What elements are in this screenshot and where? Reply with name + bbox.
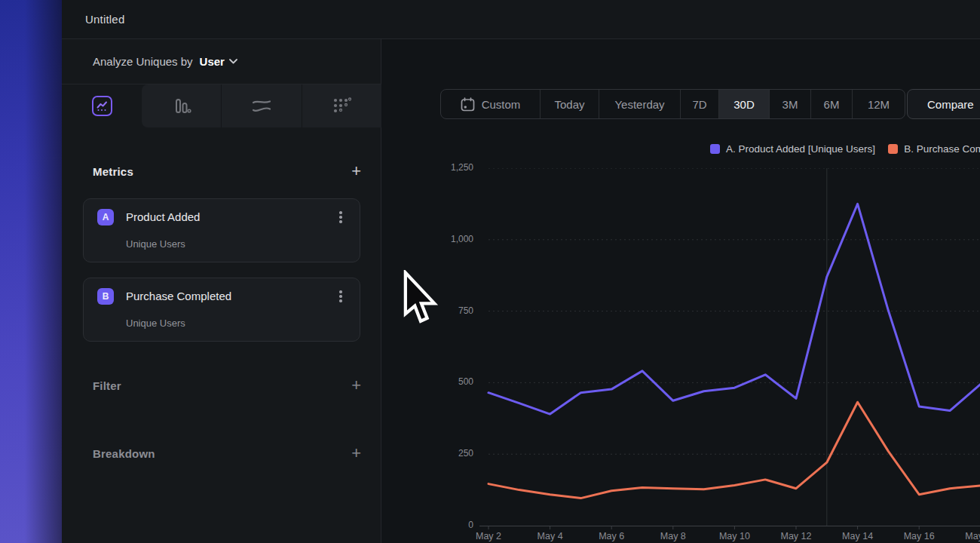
analyze-by-label: Analyze Uniques by [93,55,193,68]
tab-bar-chart[interactable] [142,84,221,127]
range-yesterday[interactable]: Yesterday [599,90,680,118]
legend-label-a: A. Product Added [Unique Users] [726,143,875,155]
metric-options-button[interactable] [335,288,346,305]
x-axis-label: May 14 [831,531,884,541]
range-custom[interactable]: Custom [441,90,540,118]
tab-retention-grid[interactable] [302,84,381,127]
analyze-by-value: User [200,55,225,68]
metric-name: Product Added [126,210,200,223]
analyze-by-dropdown[interactable]: User [200,55,237,68]
x-axis-label: May 12 [770,531,822,541]
decorative-gradient-strip [0,0,62,543]
legend-label-b: B. Purchase Completed [Unique Users] [904,143,980,155]
range-12m[interactable]: 12M [852,90,905,118]
metric-name: Purchase Completed [126,290,231,302]
add-breakdown-button[interactable]: + [351,446,361,461]
legend-item-a[interactable]: A. Product Added [Unique Users] [710,143,875,155]
x-axis-label: May 6 [585,531,638,541]
range-3m[interactable]: 3M [769,90,810,118]
range-today[interactable]: Today [540,90,599,118]
app-window: Untitled Analyze Uniques by User [0,0,980,543]
line-chart-plot[interactable] [479,168,980,530]
range-7d[interactable]: 7D [680,90,718,118]
metric-aggregation[interactable]: Unique Users [126,318,185,329]
series-line-b[interactable] [488,402,980,498]
flow-icon [251,98,272,115]
metric-aggregation[interactable]: Unique Users [126,238,185,250]
metric-card-product-added[interactable]: A Product Added Unique Users [83,198,360,262]
date-range-selector: CustomTodayYesterday7D30D3M6M12M [440,89,905,119]
metric-badge-b: B [97,288,114,305]
chart-type-tabs [142,84,381,127]
range-30d[interactable]: 30D [718,90,769,118]
tab-flow[interactable] [221,84,301,127]
metric-badge-a: A [97,209,114,225]
legend-swatch-a [710,144,720,154]
y-axis-label: 500 [421,376,473,387]
breakdown-title: Breakdown [93,447,155,460]
metrics-title: Metrics [93,165,133,178]
report-header: Untitled [62,0,980,39]
x-axis-label: May 2 [462,531,515,541]
bar-chart-icon [172,97,191,115]
y-axis-label: 1,000 [421,234,473,244]
x-axis-label: May 10 [708,531,761,541]
add-filter-button[interactable]: + [351,378,361,393]
range-6m[interactable]: 6M [810,90,852,118]
line-chart-icon [92,96,112,116]
x-axis-label: May 16 [893,531,945,541]
chart-legend: A. Product Added [Unique Users] B. Purch… [710,143,980,155]
calendar-icon [461,97,475,112]
legend-swatch-b [888,144,898,154]
compare-button[interactable]: Compare [907,89,980,119]
y-axis-label: 250 [421,448,473,459]
metrics-section-header: Metrics + [62,158,381,184]
x-axis-label: May 18 [954,531,980,541]
chevron-down-icon [229,59,237,64]
y-axis-label: 0 [421,520,473,530]
metric-options-button[interactable] [335,209,346,225]
add-metric-button[interactable]: + [351,164,361,179]
y-axis-label: 1,250 [421,162,473,173]
y-axis-label: 750 [421,305,473,316]
legend-item-b[interactable]: B. Purchase Completed [Unique Users] [888,143,980,155]
tab-line-chart[interactable] [62,84,142,127]
retention-grid-icon [332,97,351,116]
report-title[interactable]: Untitled [85,0,124,38]
analyze-by-row: Analyze Uniques by User [62,39,381,84]
x-axis-label: May 8 [647,531,700,541]
breakdown-section-header: Breakdown + [62,440,381,466]
filter-title: Filter [93,379,121,392]
metric-card-purchase-completed[interactable]: B Purchase Completed Unique Users [83,278,360,342]
x-axis-label: May 4 [524,531,577,541]
filter-section-header: Filter + [62,373,381,398]
